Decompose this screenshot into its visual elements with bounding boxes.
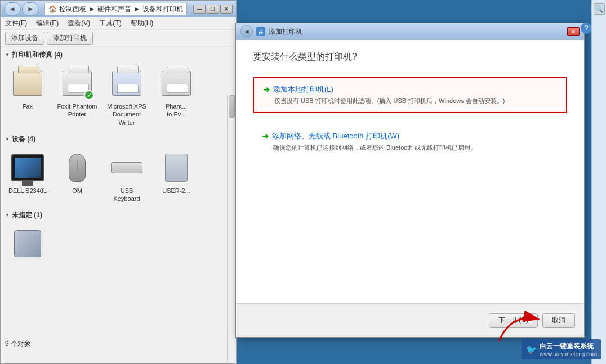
printers-grid: Fax ✓ Foxit PhantomPrinter Microsoft XPS… bbox=[1, 61, 236, 131]
mouse-label: OM bbox=[72, 187, 82, 195]
dialog-titlebar: ◄ 🖨 添加打印机 ✕ bbox=[236, 23, 584, 40]
breadcrumb: 🏠 控制面板 ► 硬件和声音 ► 设备和打印机 bbox=[44, 3, 187, 15]
title-left: ◄ ► 🏠 控制面板 ► 硬件和声音 ► 设备和打印机 bbox=[4, 2, 187, 16]
watermark: 🐦 白云一键重装系统 www.baiyunxitong.com bbox=[522, 339, 601, 359]
menu-edit[interactable]: 编辑(E) bbox=[36, 19, 59, 28]
keyboard-icon-container bbox=[109, 150, 145, 186]
monitor-icon bbox=[10, 150, 46, 186]
menu-file[interactable]: 文件(F) bbox=[5, 19, 27, 28]
unspecified-section-header: 未指定 (1) bbox=[1, 207, 236, 221]
add-printer-dialog: ◄ 🖨 添加打印机 ✕ 要安装什么类型的打印机? ➜ 添加本地打印机(L) 仅当… bbox=[235, 23, 585, 338]
fax-label: Fax bbox=[23, 102, 33, 110]
local-printer-option[interactable]: ➜ 添加本地打印机(L) 仅当没有 USB 打印机时使用此选项。(插入 USB … bbox=[253, 77, 567, 113]
usb-icon bbox=[158, 150, 194, 186]
next-button[interactable]: 下一步(N) bbox=[489, 313, 538, 328]
objects-count: 9 个对象 bbox=[5, 339, 31, 349]
dialog-close-button[interactable]: ✕ bbox=[567, 27, 580, 36]
watermark-brand: 白云一键重装系统 bbox=[540, 341, 597, 351]
mouse-device[interactable]: OM bbox=[55, 147, 100, 205]
monitor-device[interactable]: DELL S2340L bbox=[5, 147, 50, 205]
watermark-url: www.baiyunxitong.com bbox=[540, 351, 597, 357]
dialog-question: 要安装什么类型的打印机? bbox=[253, 51, 567, 63]
add-printer-button[interactable]: 添加打印机 bbox=[47, 32, 93, 45]
dialog-back-button[interactable]: ◄ bbox=[240, 25, 253, 38]
usb-label: USER-2... bbox=[162, 187, 190, 195]
menu-tools[interactable]: 工具(T) bbox=[99, 19, 121, 28]
local-printer-arrow: ➜ bbox=[263, 85, 270, 94]
close-button[interactable]: ✕ bbox=[220, 5, 233, 14]
monitor-label: DELL S2340L bbox=[8, 187, 47, 195]
phantom-device[interactable]: Phant...to Ev... bbox=[154, 63, 199, 129]
minimize-button[interactable]: — bbox=[193, 5, 206, 14]
breadcrumb-icon: 🏠 bbox=[48, 5, 57, 13]
network-printer-desc: 确保您的计算机已连接到网络，或者您的 Bluetooth 或无线打印机已启用。 bbox=[273, 143, 558, 152]
unspecified-grid bbox=[1, 221, 236, 267]
forward-button[interactable]: ► bbox=[22, 2, 39, 16]
explorer-titlebar: ◄ ► 🏠 控制面板 ► 硬件和声音 ► 设备和打印机 — ❐ ✕ bbox=[1, 1, 236, 17]
dialog-title-icon: 🖨 bbox=[256, 27, 265, 36]
fax-device[interactable]: Fax bbox=[5, 63, 50, 129]
unspecified-device[interactable] bbox=[5, 223, 50, 265]
nav-buttons: ◄ ► bbox=[4, 2, 39, 16]
network-printer-title: ➜ 添加网络、无线或 Bluetooth 打印机(W) bbox=[262, 131, 558, 141]
phantom-label: Phant...to Ev... bbox=[166, 102, 187, 119]
toolbar: 添加设备 添加打印机 bbox=[1, 30, 236, 47]
mouse-icon-container bbox=[59, 150, 95, 186]
add-device-button[interactable]: 添加设备 bbox=[5, 32, 44, 45]
dialog-title-text: 添加打印机 bbox=[269, 27, 302, 37]
menu-bar: 文件(F) 编辑(E) 查看(V) 工具(T) 帮助(H) bbox=[1, 17, 236, 30]
scrollbar-vertical[interactable] bbox=[227, 94, 236, 362]
printers-section-header: 打印机和传真 (4) bbox=[1, 47, 236, 61]
breadcrumb-item3[interactable]: 设备和打印机 bbox=[142, 5, 183, 14]
xps-icon bbox=[109, 65, 145, 101]
devices-section-header: 设备 (4) bbox=[1, 131, 236, 145]
unspecified-icon bbox=[10, 226, 46, 262]
breadcrumb-item1[interactable]: 控制面板 bbox=[59, 5, 86, 14]
help-button[interactable]: ? bbox=[581, 23, 592, 34]
xps-device[interactable]: Microsoft XPSDocumentWriter bbox=[104, 63, 149, 129]
breadcrumb-item2[interactable]: 硬件和声音 bbox=[97, 5, 131, 14]
dialog-title-left: ◄ 🖨 添加打印机 bbox=[240, 25, 302, 38]
xps-label: Microsoft XPSDocumentWriter bbox=[107, 102, 146, 127]
explorer-window: ◄ ► 🏠 控制面板 ► 硬件和声音 ► 设备和打印机 — ❐ ✕ 文件(F) … bbox=[0, 0, 237, 364]
devices-grid: DELL S2340L OM USB Keyboard bbox=[1, 145, 236, 208]
network-printer-arrow: ➜ bbox=[262, 132, 269, 141]
default-badge: ✓ bbox=[84, 90, 94, 100]
network-printer-option[interactable]: ➜ 添加网络、无线或 Bluetooth 打印机(W) 确保您的计算机已连接到网… bbox=[253, 124, 567, 159]
restore-button[interactable]: ❐ bbox=[207, 5, 219, 14]
window-controls: — ❐ ✕ bbox=[193, 5, 233, 14]
fax-icon bbox=[10, 65, 46, 101]
menu-help[interactable]: 帮助(H) bbox=[131, 19, 154, 28]
local-printer-title: ➜ 添加本地打印机(L) bbox=[263, 84, 557, 95]
foxit-label: Foxit PhantomPrinter bbox=[57, 102, 97, 119]
dialog-footer: 下一步(N) 取消 bbox=[236, 303, 584, 337]
back-button[interactable]: ◄ bbox=[4, 2, 21, 16]
foxit-icon: ✓ bbox=[59, 65, 95, 101]
foxit-device[interactable]: ✓ Foxit PhantomPrinter bbox=[55, 63, 100, 129]
cancel-button[interactable]: 取消 bbox=[542, 313, 575, 328]
phantom-icon bbox=[158, 65, 194, 101]
scrollbar-thumb[interactable] bbox=[229, 95, 235, 118]
search-sidebar-button[interactable]: 🔍 bbox=[594, 3, 605, 15]
menu-view[interactable]: 查看(V) bbox=[68, 19, 90, 28]
keyboard-label: USB Keyboard bbox=[106, 187, 147, 203]
search-sidebar: 🔍 bbox=[591, 0, 606, 364]
usb-device[interactable]: USER-2... bbox=[154, 147, 199, 205]
keyboard-device[interactable]: USB Keyboard bbox=[104, 147, 149, 205]
local-printer-desc: 仅当没有 USB 打印机时使用此选项。(插入 USB 打印机后，Windows … bbox=[274, 97, 557, 105]
dialog-content: 要安装什么类型的打印机? ➜ 添加本地打印机(L) 仅当没有 USB 打印机时使… bbox=[236, 40, 584, 303]
